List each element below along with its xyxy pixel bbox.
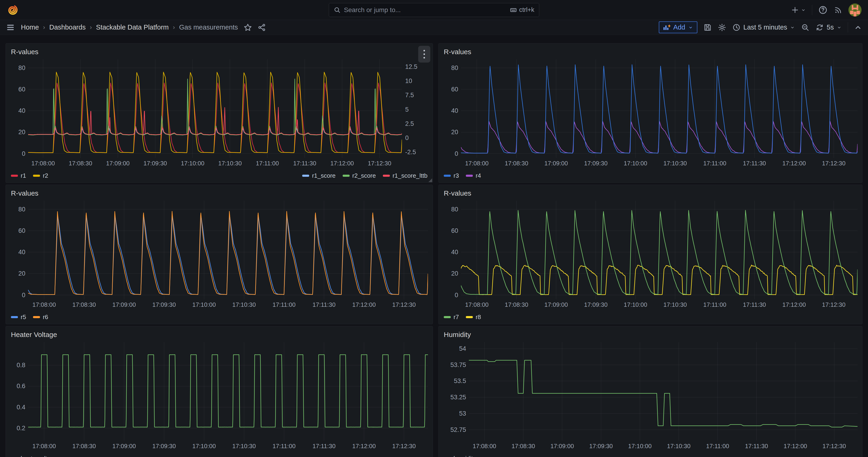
x-tick-label: 17:08:30 [72,301,96,308]
y-tick-label: 53.25 [450,394,466,401]
y-tick-label: 0.2 [17,424,25,432]
add-button-label: Add [673,24,685,31]
plot-area[interactable]: 17:08:0017:08:3017:09:0017:09:3017:10:00… [28,342,428,441]
panel-header[interactable]: Heater Voltage [6,326,433,340]
share-icon[interactable] [257,23,266,32]
x-axis: 17:08:0017:08:3017:09:0017:09:3017:10:00… [469,443,858,451]
collapse-up-icon[interactable] [854,24,862,31]
plot-area[interactable]: 17:08:0017:08:3017:09:0017:09:3017:10:00… [28,201,428,299]
legend-swatch [466,316,473,318]
refresh-picker[interactable]: 5s [815,23,842,32]
global-search[interactable]: ctrl+k [329,3,539,17]
x-axis: 17:08:0017:08:3017:09:0017:09:3017:10:00… [28,160,402,168]
panel-heater-voltage: Heater Voltage 0.20.40.60.8 17:08:0017:0… [6,326,433,457]
user-avatar[interactable] [848,3,862,17]
legend-swatch [444,316,451,318]
x-tick-label: 17:10:00 [628,443,652,450]
panel-r-values-3: R-values 020406080 17:08:0017:08:3017:09… [6,185,433,324]
legend-item-r3[interactable]: r3 [444,172,459,179]
legend-item-r2_score[interactable]: r2_score [343,172,376,179]
legend-item-r7[interactable]: r7 [444,313,459,321]
x-tick-label: 17:08:30 [505,301,528,308]
legend-item-r6[interactable]: r6 [33,313,48,321]
legend-swatch [33,316,40,318]
y-tick-label: 0 [455,150,458,157]
legend-item-humidity[interactable]: humidity [444,455,476,457]
legend-swatch [11,175,18,177]
breadcrumb-home[interactable]: Home [21,24,39,31]
panel-header[interactable]: R-values [439,43,862,57]
chart-canvas [461,201,858,299]
add-panel-button[interactable]: Add [659,21,698,33]
keyboard-icon [510,6,517,13]
toolbar-divider [848,22,848,33]
plot-area[interactable]: 17:08:0017:08:3017:09:0017:09:3017:10:00… [461,201,858,299]
y-tick-label: 0 [22,150,25,157]
x-tick-label: 17:12:00 [352,301,376,308]
legend-swatch [343,175,350,177]
x-axis: 17:08:0017:08:3017:09:0017:09:3017:10:00… [28,443,428,451]
star-icon[interactable] [244,23,252,32]
legend-item-r5[interactable]: r5 [11,313,26,321]
legend-item-r1_score[interactable]: r1_score [302,172,335,179]
legend-label: r2 [43,172,48,179]
legend-item-r1_score_lttb[interactable]: r1_score_lttb [383,172,428,179]
y-tick-label: 20 [451,129,458,136]
plus-icon [791,6,799,14]
help-button[interactable] [818,5,828,14]
panel-header[interactable]: R-values [6,185,433,199]
y-tick-label: 60 [19,227,25,235]
new-menu-button[interactable] [791,6,806,14]
panel-header[interactable]: Humidity [439,326,862,340]
breadcrumb-dashboards[interactable]: Dashboards [49,24,86,31]
x-tick-label: 17:12:00 [782,160,806,167]
y-tick-label-right: 2.5 [405,120,414,127]
plot-area[interactable]: 17:08:0017:08:3017:09:0017:09:3017:10:00… [28,59,402,158]
menu-icon[interactable] [6,23,15,32]
y-tick-label-right: 7.5 [405,92,414,99]
settings-gear-icon[interactable] [718,23,726,32]
x-tick-label: 17:09:30 [144,160,167,167]
x-axis: 17:08:0017:08:3017:09:0017:09:3017:10:00… [461,301,858,309]
breadcrumb-separator: › [173,24,175,31]
legend-item-r4[interactable]: r4 [466,172,481,179]
x-tick-label: 17:10:00 [192,301,216,308]
legend-item-r8[interactable]: r8 [466,313,481,321]
legend-item-r2[interactable]: r2 [33,172,48,179]
panel-header[interactable]: R-values [6,43,433,57]
legend-item-heatervoltage[interactable]: heatervoltage [11,455,57,457]
x-tick-label: 17:08:30 [69,160,92,167]
y-tick-label-right: 0 [405,134,409,142]
panel-header[interactable]: R-values [439,185,862,199]
panel-menu-button[interactable] [418,46,430,63]
legend-label: r1_score [312,172,335,179]
x-tick-label: 17:08:30 [505,160,528,167]
panel-title: Humidity [444,331,471,339]
search-input[interactable] [344,6,507,14]
x-tick-label: 17:09:30 [152,443,176,450]
panel-resize-handle[interactable] [428,178,432,182]
legend-label: r2_score [352,172,376,179]
save-dashboard-icon[interactable] [704,23,712,32]
chevron-down-icon [790,25,795,30]
y-tick-label-right: 10 [405,78,412,85]
x-tick-label: 17:12:30 [392,443,415,450]
x-tick-label: 17:11:30 [745,443,768,450]
y-tick-label: 53 [459,410,466,417]
x-tick-label: 17:11:00 [273,301,296,308]
plot-area[interactable]: 17:08:0017:08:3017:09:0017:09:3017:10:00… [461,59,858,158]
x-tick-label: 17:08:00 [32,443,56,450]
legend-item-r1[interactable]: r1 [11,172,26,179]
panel-body: 020406080 17:08:0017:08:3017:09:0017:09:… [439,57,862,170]
panel-title: R-values [11,189,38,197]
news-button[interactable] [834,6,842,14]
time-range-picker[interactable]: Last 5 minutes [732,23,795,32]
y-tick-label: 80 [451,64,458,71]
breadcrumb-folder[interactable]: Stackable Data Platform [96,24,169,31]
grafana-logo[interactable] [6,4,19,16]
panel-title: R-values [444,48,471,56]
x-tick-label: 17:08:00 [32,301,56,308]
y-axis-left: 0.20.40.60.8 [8,342,28,441]
plot-area[interactable]: 17:08:0017:08:3017:09:0017:09:3017:10:00… [469,342,858,441]
zoom-out-icon[interactable] [801,23,809,32]
